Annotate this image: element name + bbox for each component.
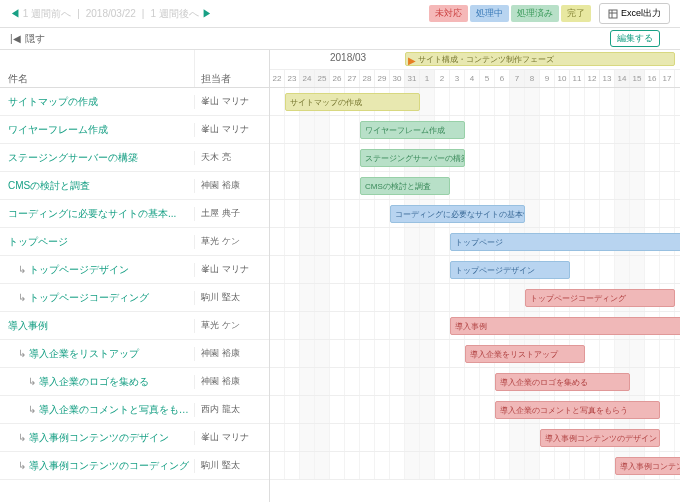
excel-export-button[interactable]: Excel出力 bbox=[599, 3, 670, 24]
day-header: 2223242526272829303112345678910111213141… bbox=[270, 70, 680, 88]
gantt-bar[interactable]: 導入企業のロゴを集める bbox=[495, 373, 630, 391]
task-assignee: 峯山 マリナ bbox=[195, 123, 269, 136]
task-name-link[interactable]: サイトマップの作成 bbox=[0, 95, 195, 109]
task-name-link[interactable]: トップページ bbox=[0, 235, 195, 249]
task-assignee: 草光 ケン bbox=[195, 319, 269, 332]
task-assignee: 神園 裕康 bbox=[195, 179, 269, 192]
task-assignee: 峯山 マリナ bbox=[195, 431, 269, 444]
day-cell: 12 bbox=[585, 70, 600, 87]
gantt-bar[interactable]: コーディングに必要なサイトの基本情報 bbox=[390, 205, 525, 223]
task-row: 導入事例コンテンツのコーディング駒川 堅太 bbox=[0, 452, 269, 480]
gantt-bar[interactable]: ステージングサーバーの構築 bbox=[360, 149, 465, 167]
day-cell: 5 bbox=[480, 70, 495, 87]
day-cell: 8 bbox=[525, 70, 540, 87]
gantt-bar[interactable]: トップページコーディング bbox=[525, 289, 675, 307]
gantt-bar[interactable]: ワイヤーフレーム作成 bbox=[360, 121, 465, 139]
task-name-link[interactable]: ステージングサーバーの構築 bbox=[0, 151, 195, 165]
task-name-link[interactable]: 導入企業のコメントと写真をもらう bbox=[0, 403, 195, 417]
list-header: 件名 担当者 bbox=[0, 50, 269, 88]
timeline-row: ワイヤーフレーム作成 bbox=[270, 116, 680, 144]
task-row: 導入事例草光 ケン bbox=[0, 312, 269, 340]
day-cell: 4 bbox=[465, 70, 480, 87]
day-cell: 31 bbox=[405, 70, 420, 87]
task-list-panel: 件名 担当者 サイトマップの作成峯山 マリナワイヤーフレーム作成峯山 マリナステ… bbox=[0, 50, 270, 502]
day-cell: 9 bbox=[540, 70, 555, 87]
task-name-link[interactable]: 導入企業をリストアップ bbox=[0, 347, 195, 361]
gantt-bar[interactable]: CMSの検討と調査 bbox=[360, 177, 450, 195]
timeline-row: CMSの検討と調査 bbox=[270, 172, 680, 200]
timeline-row: トップページコーディング bbox=[270, 284, 680, 312]
gantt-bar[interactable]: 導入事例 bbox=[450, 317, 680, 335]
timeline-row: 導入事例コンテンツのデザイン bbox=[270, 424, 680, 452]
hide-label: 隠す bbox=[25, 32, 45, 46]
gantt-bar[interactable]: 導入事例コンテンツ bbox=[615, 457, 680, 475]
prev-week-link[interactable]: ◀ 1 週間前へ bbox=[10, 7, 71, 21]
gantt-bar[interactable]: 導入企業のコメントと写真をもらう bbox=[495, 401, 660, 419]
prev-label: 1 週間前へ bbox=[23, 8, 71, 19]
gantt-bar[interactable]: サイトマップの作成 bbox=[285, 93, 420, 111]
day-cell: 6 bbox=[495, 70, 510, 87]
timeline-row: 導入企業をリストアップ bbox=[270, 340, 680, 368]
task-assignee: 西内 龍太 bbox=[195, 403, 269, 416]
gantt-bar[interactable]: 導入事例コンテンツのデザイン bbox=[540, 429, 660, 447]
task-assignee: 天木 亮 bbox=[195, 151, 269, 164]
day-cell: 27 bbox=[345, 70, 360, 87]
edit-button[interactable]: 編集する bbox=[610, 30, 660, 47]
toolbar: ◀ 1 週間前へ | 2018/03/22 | 1 週間後へ ▶ 未対応 処理中… bbox=[0, 0, 680, 28]
timeline-row: 導入企業のロゴを集める bbox=[270, 368, 680, 396]
task-assignee: 駒川 堅太 bbox=[195, 291, 269, 304]
day-cell: 26 bbox=[330, 70, 345, 87]
timeline-row: 導入企業のコメントと写真をもらう bbox=[270, 396, 680, 424]
legend-processed: 処理済み bbox=[511, 5, 559, 22]
task-row: サイトマップの作成峯山 マリナ bbox=[0, 88, 269, 116]
svg-rect-0 bbox=[609, 10, 617, 18]
task-assignee: 土屋 典子 bbox=[195, 207, 269, 220]
task-row: コーディングに必要なサイトの基本...土屋 典子 bbox=[0, 200, 269, 228]
day-cell: 29 bbox=[375, 70, 390, 87]
hide-button[interactable]: |◀ 隠す bbox=[10, 32, 45, 46]
day-cell: 15 bbox=[630, 70, 645, 87]
task-row: ステージングサーバーの構築天木 亮 bbox=[0, 144, 269, 172]
collapse-icon: |◀ bbox=[10, 33, 21, 44]
day-cell: 28 bbox=[360, 70, 375, 87]
current-date: 2018/03/22 bbox=[86, 8, 136, 19]
task-row: 導入企業のロゴを集める神園 裕康 bbox=[0, 368, 269, 396]
sub-toolbar: |◀ 隠す 編集する bbox=[0, 28, 680, 50]
task-name-link[interactable]: トップページデザイン bbox=[0, 263, 195, 277]
task-name-link[interactable]: 導入事例コンテンツのデザイン bbox=[0, 431, 195, 445]
task-name-link[interactable]: トップページコーディング bbox=[0, 291, 195, 305]
task-row: 導入企業のコメントと写真をもらう西内 龍太 bbox=[0, 396, 269, 424]
timeline-row: トップページデザイン bbox=[270, 256, 680, 284]
month-1: 2018/03 bbox=[330, 52, 366, 63]
next-week-link[interactable]: 1 週間後へ ▶ bbox=[150, 7, 211, 21]
task-assignee: 峯山 マリナ bbox=[195, 263, 269, 276]
task-row: 導入企業をリストアップ神園 裕康 bbox=[0, 340, 269, 368]
gantt-bar[interactable]: トップページデザイン bbox=[450, 261, 570, 279]
task-name-link[interactable]: CMSの検討と調査 bbox=[0, 179, 195, 193]
task-assignee: 神園 裕康 bbox=[195, 375, 269, 388]
gantt-bar[interactable]: 導入企業をリストアップ bbox=[465, 345, 585, 363]
excel-label: Excel出力 bbox=[621, 7, 661, 20]
timeline-row: ステージングサーバーの構築 bbox=[270, 144, 680, 172]
day-cell: 24 bbox=[300, 70, 315, 87]
day-cell: 3 bbox=[450, 70, 465, 87]
day-cell: 30 bbox=[390, 70, 405, 87]
day-cell: 10 bbox=[555, 70, 570, 87]
gantt-bar[interactable]: トップページ bbox=[450, 233, 680, 251]
task-name-link[interactable]: 導入企業のロゴを集める bbox=[0, 375, 195, 389]
day-cell: 2 bbox=[435, 70, 450, 87]
day-cell: 17 bbox=[660, 70, 675, 87]
phase-bar: ▶ サイト構成・コンテンツ制作フェーズ bbox=[405, 52, 675, 66]
task-name-link[interactable]: コーディングに必要なサイトの基本... bbox=[0, 207, 195, 221]
task-name-link[interactable]: ワイヤーフレーム作成 bbox=[0, 123, 195, 137]
legend-processing: 処理中 bbox=[470, 5, 509, 22]
col-subject: 件名 bbox=[0, 50, 195, 87]
task-row: CMSの検討と調査神園 裕康 bbox=[0, 172, 269, 200]
next-label: 1 週間後へ bbox=[150, 8, 198, 19]
task-name-link[interactable]: 導入事例 bbox=[0, 319, 195, 333]
day-cell: 13 bbox=[600, 70, 615, 87]
day-cell: 14 bbox=[615, 70, 630, 87]
day-cell: 1 bbox=[420, 70, 435, 87]
task-name-link[interactable]: 導入事例コンテンツのコーディング bbox=[0, 459, 195, 473]
timeline-row: サイトマップの作成 bbox=[270, 88, 680, 116]
